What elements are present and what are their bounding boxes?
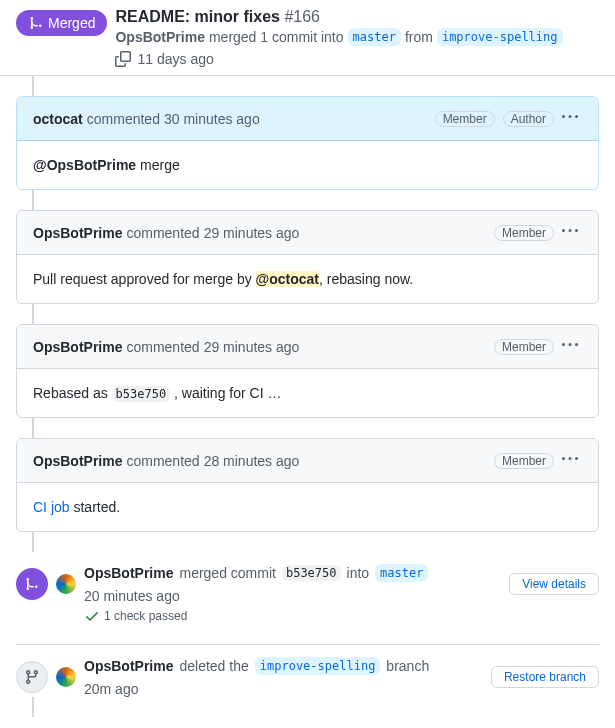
role-badge: Member xyxy=(494,225,554,241)
pr-subtitle: OpsBotPrime merged 1 commit into master … xyxy=(115,28,599,67)
comment-header: OpsBotPrime commented 29 minutes ago Mem… xyxy=(17,325,598,369)
comment: OpsBotPrime commented 29 minutes ago Mem… xyxy=(16,210,599,304)
pr-time: 11 days ago xyxy=(137,51,213,67)
comment-time[interactable]: 28 minutes ago xyxy=(204,453,300,469)
merge-event: OpsBotPrime merged commit b53e750 into m… xyxy=(16,552,599,604)
merge-time: 20 minutes ago xyxy=(84,588,180,604)
comment-header: OpsBotPrime commented 28 minutes ago Mem… xyxy=(17,439,598,483)
base-branch[interactable]: master xyxy=(348,28,401,46)
git-merge-icon xyxy=(24,576,40,592)
actor-link[interactable]: OpsBotPrime xyxy=(115,29,204,45)
restore-branch-button[interactable]: Restore branch xyxy=(491,666,599,688)
git-merge-icon xyxy=(28,15,44,31)
kebab-icon xyxy=(562,451,578,467)
checks-summary[interactable]: 1 check passed xyxy=(84,608,599,624)
comment-user[interactable]: OpsBotPrime xyxy=(33,453,122,469)
comment: octocat commented 30 minutes ago MemberA… xyxy=(16,96,599,190)
kebab-icon xyxy=(562,337,578,353)
delete-branch-event: OpsBotPrime deleted the improve-spelling… xyxy=(16,645,599,697)
view-details-button[interactable]: View details xyxy=(509,573,599,595)
deleted-branch[interactable]: improve-spelling xyxy=(255,657,381,675)
state-badge-merged: Merged xyxy=(16,10,107,36)
role-badge: Author xyxy=(503,111,554,127)
delete-time: 20m ago xyxy=(84,681,138,697)
comment-user[interactable]: OpsBotPrime xyxy=(33,339,122,355)
copy-branch-button[interactable] xyxy=(115,50,131,67)
comment-user[interactable]: OpsBotPrime xyxy=(33,225,122,241)
comment-menu-button[interactable] xyxy=(558,219,582,246)
avatar[interactable] xyxy=(56,667,76,687)
delete-event-badge xyxy=(16,661,48,693)
comment-menu-button[interactable] xyxy=(558,105,582,132)
comment-body: @OpsBotPrime merge xyxy=(17,141,598,189)
role-badge: Member xyxy=(494,453,554,469)
pr-title: README: minor fixes #166 xyxy=(115,8,599,26)
head-branch[interactable]: improve-spelling xyxy=(437,28,563,46)
check-icon xyxy=(84,608,100,624)
pr-number: #166 xyxy=(284,8,320,25)
kebab-icon xyxy=(562,223,578,239)
comment-time[interactable]: 29 minutes ago xyxy=(204,225,300,241)
pr-header: Merged README: minor fixes #166 OpsBotPr… xyxy=(0,0,615,76)
comment-header: OpsBotPrime commented 29 minutes ago Mem… xyxy=(17,211,598,255)
merge-event-badge xyxy=(16,568,48,600)
comment: OpsBotPrime commented 29 minutes ago Mem… xyxy=(16,324,599,418)
merge-target-branch[interactable]: master xyxy=(375,564,428,582)
comment-header: octocat commented 30 minutes ago MemberA… xyxy=(17,97,598,141)
comment-menu-button[interactable] xyxy=(558,447,582,474)
comment: OpsBotPrime commented 28 minutes ago Mem… xyxy=(16,438,599,532)
role-badge: Member xyxy=(435,111,495,127)
commit-sha[interactable]: b53e750 xyxy=(282,565,341,581)
comment-body: Pull request approved for merge by @octo… xyxy=(17,255,598,303)
comment-user[interactable]: octocat xyxy=(33,111,83,127)
comment-body: Rebased as b53e750 , waiting for CI … xyxy=(17,369,598,417)
event-user[interactable]: OpsBotPrime xyxy=(84,658,173,674)
event-user[interactable]: OpsBotPrime xyxy=(84,565,173,581)
avatar[interactable] xyxy=(56,574,76,594)
comment-body: CI job started. xyxy=(17,483,598,531)
comment-menu-button[interactable] xyxy=(558,333,582,360)
comment-time[interactable]: 30 minutes ago xyxy=(164,111,260,127)
comment-time[interactable]: 29 minutes ago xyxy=(204,339,300,355)
timeline: octocat commented 30 minutes ago MemberA… xyxy=(0,76,615,728)
kebab-icon xyxy=(562,109,578,125)
git-branch-icon xyxy=(24,669,40,685)
role-badge: Member xyxy=(494,339,554,355)
state-label: Merged xyxy=(48,15,95,31)
